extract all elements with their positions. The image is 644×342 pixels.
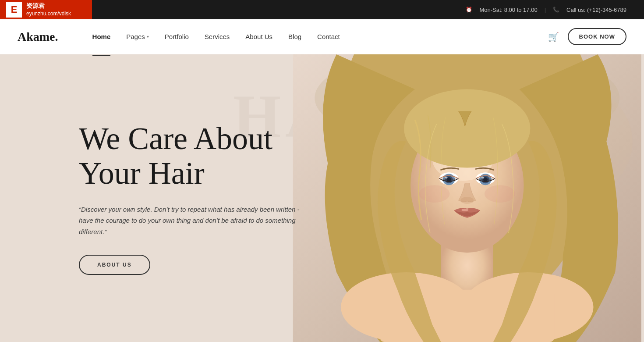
hero-portrait xyxy=(290,54,644,342)
nav-item-home[interactable]: Home xyxy=(85,29,119,44)
e-letter-icon: E xyxy=(6,2,22,18)
book-now-button[interactable]: BOOK NOW xyxy=(568,28,626,45)
svg-point-22 xyxy=(419,185,449,203)
svg-point-15 xyxy=(445,177,447,178)
nav-item-blog[interactable]: Blog xyxy=(280,29,309,44)
nav-item-pages[interactable]: Pages ▾ xyxy=(118,29,157,44)
hero-title: We Care About Your Hair xyxy=(79,121,307,191)
navbar: Akame. Home Pages ▾ Portfolio Services A… xyxy=(0,19,644,54)
logo-text: 资源君 eyunzhu.com/vdisk xyxy=(26,2,71,18)
hero-content: We Care About Your Hair “Discover your o… xyxy=(0,121,307,275)
phone-icon: 📞 xyxy=(553,7,559,13)
nav-item-about[interactable]: About Us xyxy=(237,29,280,44)
nav-item-services[interactable]: Services xyxy=(197,29,238,44)
svg-point-10 xyxy=(404,89,530,168)
hero-quote: “Discover your own style. Don’t try to r… xyxy=(79,204,307,238)
svg-point-20 xyxy=(481,177,484,178)
nav-links: Home Pages ▾ Portfolio Services About Us… xyxy=(85,29,548,44)
brand-name[interactable]: Akame. xyxy=(18,30,58,44)
topbar: E 资源君 eyunzhu.com/vdisk Welcome to hair … xyxy=(0,0,644,19)
cart-icon[interactable]: 🛒 xyxy=(548,32,559,42)
svg-point-23 xyxy=(485,185,515,203)
about-us-button[interactable]: ABOUT US xyxy=(79,255,150,275)
clock-icon: ⏰ xyxy=(466,7,472,13)
phone-text: Call us: (+12)-345-6789 xyxy=(566,7,626,13)
separator: | xyxy=(545,7,546,13)
brand-logo[interactable]: E 资源君 eyunzhu.com/vdisk xyxy=(0,0,92,19)
nav-item-contact[interactable]: Contact xyxy=(309,29,348,44)
nav-right: 🛒 BOOK NOW xyxy=(548,28,626,45)
chevron-down-icon: ▾ xyxy=(147,34,149,39)
hours-text: Mon-Sat: 8.00 to 17.00 xyxy=(479,7,537,13)
svg-point-24 xyxy=(461,209,468,211)
nav-item-portfolio[interactable]: Portfolio xyxy=(157,29,197,44)
hero-section: HAIR xyxy=(0,54,644,342)
svg-point-21 xyxy=(460,197,474,204)
